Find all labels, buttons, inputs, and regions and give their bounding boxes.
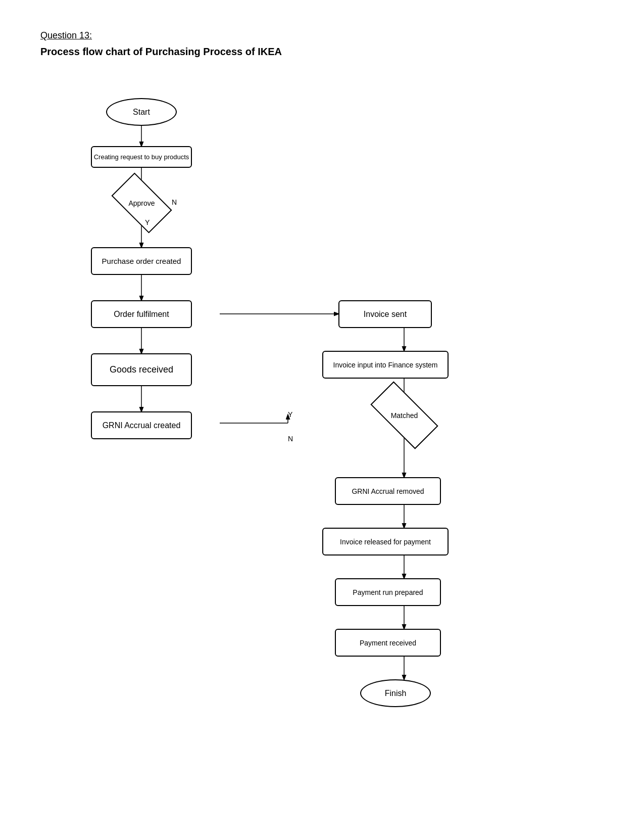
question-label: Question 13: [40,30,604,41]
n-label-1: N [172,198,177,206]
invoice-released-shape: Invoice released for payment [322,528,449,555]
invoice-sent-label: Invoice sent [364,310,407,319]
goods-received-label: Goods received [110,364,173,375]
invoice-finance-shape: Invoice input into Finance system [322,351,449,379]
grni-accrual-removed-shape: GRNI Accrual removed [335,477,441,505]
payment-run-label: Payment run prepared [353,588,423,596]
approve-diamond: Approve [115,187,168,219]
order-fulfilment-label: Order fulfilment [114,310,169,319]
chart-title: Process flow chart of Purchasing Process… [40,46,604,58]
payment-run-shape: Payment run prepared [335,578,441,606]
y-label-1: Y [145,218,150,226]
invoice-finance-label: Invoice input into Finance system [333,361,438,369]
invoice-sent-shape: Invoice sent [338,300,432,328]
payment-received-label: Payment received [360,639,416,647]
order-fulfilment-shape: Order fulfilment [91,300,192,328]
finish-label: Finish [385,689,407,698]
creating-request-shape: Creating request to buy products [91,146,192,168]
invoice-released-label: Invoice released for payment [340,538,431,546]
payment-received-shape: Payment received [335,629,441,657]
start-shape: Start [106,98,177,126]
n-label-2: N [288,435,293,443]
matched-diamond: Matched [373,399,436,432]
purchase-order-shape: Purchase order created [91,247,192,275]
grni-accrual-created-label: GRNI Accrual created [103,421,181,430]
grni-accrual-removed-label: GRNI Accrual removed [352,487,424,495]
y-label-2: Y [288,410,292,419]
goods-received-shape: Goods received [91,353,192,386]
grni-accrual-created-shape: GRNI Accrual created [91,411,192,439]
creating-request-label: Creating request to buy products [94,153,189,161]
start-label: Start [133,108,150,117]
purchase-order-label: Purchase order created [102,257,181,265]
finish-shape: Finish [360,679,431,707]
flowchart: Start Creating request to buy products A… [40,78,604,760]
